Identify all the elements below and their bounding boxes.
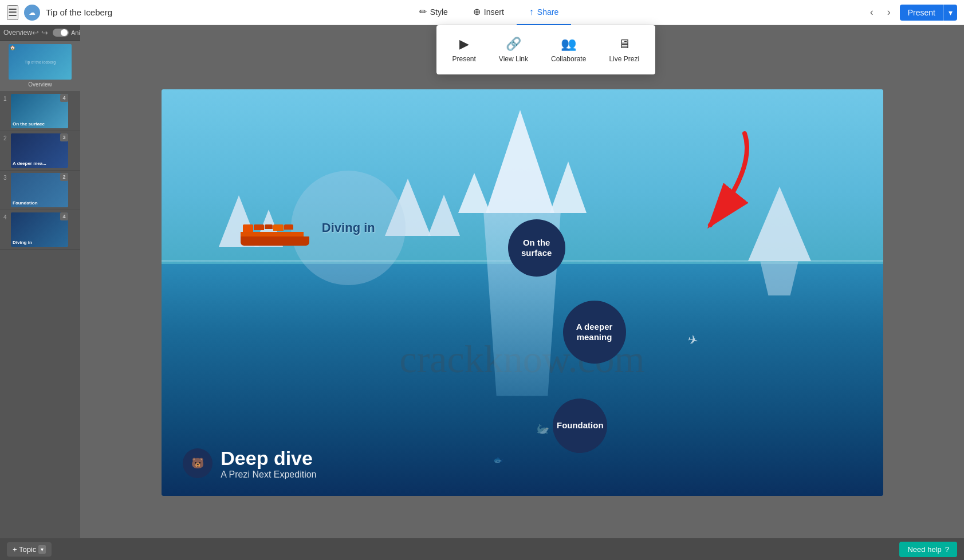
foundation-node[interactable]: Foundation [553, 399, 607, 453]
share-label: Share [537, 7, 558, 17]
slide-item-1[interactable]: 1 4 On the surface [0, 92, 80, 131]
next-button[interactable]: › [883, 4, 895, 21]
slide-number-2: 2 [3, 135, 9, 141]
diving-in-label[interactable]: Diving in [322, 220, 375, 235]
slide-badge-1: 4 [60, 94, 68, 102]
view-link-icon: 🔗 [506, 37, 521, 52]
insert-button[interactable]: ⊕ Insert [461, 0, 517, 25]
overview-label: Overview [28, 81, 52, 88]
dd-logo: 🐻 [183, 448, 213, 478]
hamburger-menu[interactable]: ☰ [7, 5, 18, 20]
overview-slide[interactable]: 🏠 Tip of the Iceberg Overview [0, 41, 80, 92]
fish-icon: 🐟 [493, 455, 503, 464]
style-label: Style [430, 7, 448, 17]
bear-icon: 🐻 [191, 457, 204, 470]
collaborate-label: Collaborate [551, 55, 586, 63]
insert-icon: ⊕ [473, 6, 481, 17]
topic-dropdown-arrow[interactable]: ▾ [38, 545, 46, 554]
slide-number-3: 3 [3, 175, 9, 181]
toolbar-center: ✏ Style ⊕ Insert ↑ Share [119, 0, 859, 25]
insert-label: Insert [484, 7, 504, 17]
top-bar-right: ‹ › Present ▾ [859, 4, 964, 21]
top-bar-left: ☰ ☁ Tip of the Iceberg [0, 5, 119, 21]
canvas-area[interactable]: Diving in crackknow.com [80, 25, 964, 560]
dd-text: Deep dive A Prezi Next Expedition [221, 447, 316, 480]
slide-number-1: 1 [3, 96, 9, 102]
slide-thumb-1: 4 On the surface [11, 94, 68, 128]
cloud-icon: ☁ [24, 5, 40, 21]
deeper-meaning-label: A deeper meaning [563, 322, 626, 342]
redo-button[interactable]: ↪ [41, 28, 48, 37]
add-topic-button[interactable]: + Topic ▾ [7, 542, 52, 557]
present-button-label: Present [900, 5, 943, 21]
bottom-bar: + Topic ▾ Need help ? [0, 538, 80, 560]
share-icon: ↑ [529, 7, 534, 17]
live-prezi-label: Live Prezi [609, 55, 639, 63]
main-layout: Overview ↩ ↪ Animations 🏠 Tip of the Ice… [0, 25, 964, 560]
live-prezi-dropdown-item[interactable]: 🖥 Live Prezi [597, 32, 651, 68]
slide-thumb-4: 4 Diving in [11, 212, 68, 247]
collaborate-icon: 👥 [561, 37, 576, 52]
present-button[interactable]: Present ▾ [900, 5, 957, 21]
slide-item-2[interactable]: 2 3 A deeper mea... [0, 131, 80, 171]
style-button[interactable]: ✏ Style [407, 0, 461, 25]
present-dropdown-label: Present [453, 55, 476, 63]
animations-toggle[interactable]: Animations [50, 28, 80, 37]
slide-badge-4: 4 [60, 212, 68, 220]
slide-label-1: On the surface [13, 121, 45, 127]
toggle-switch[interactable] [53, 29, 69, 37]
canvas[interactable]: Diving in crackknow.com [162, 89, 883, 496]
deeper-meaning-node[interactable]: A deeper meaning [563, 301, 626, 364]
slide-thumb-2: 3 A deeper mea... [11, 133, 68, 168]
top-bar: ☰ ☁ Tip of the Iceberg ✏ Style ⊕ Insert … [0, 0, 964, 25]
topic-label: + Topic [13, 545, 36, 554]
app-title: Tip of the Iceberg [46, 7, 112, 17]
slide-item-4[interactable]: 4 4 Diving in [0, 210, 80, 250]
slide-label-2: A deeper mea... [13, 161, 46, 166]
sidebar-overview-label: Overview [3, 29, 32, 37]
share-dropdown: ▶ Present 🔗 View Link 👥 Collaborate 🖥 Li… [436, 25, 656, 74]
sidebar: Overview ↩ ↪ Animations 🏠 Tip of the Ice… [0, 25, 80, 560]
deep-dive-subtitle: A Prezi Next Expedition [221, 470, 316, 480]
view-link-label: View Link [499, 55, 528, 63]
slide-number-4: 4 [3, 214, 9, 220]
animations-label: Animations [71, 29, 80, 36]
present-dropdown-icon: ▶ [459, 37, 469, 52]
prev-button[interactable]: ‹ [865, 4, 878, 21]
present-dropdown-item[interactable]: ▶ Present [441, 32, 487, 68]
present-dropdown-arrow[interactable]: ▾ [943, 5, 957, 21]
on-surface-label: On the surface [508, 238, 565, 258]
deep-dive-area: 🐻 Deep dive A Prezi Next Expedition [183, 447, 316, 480]
on-surface-node[interactable]: On the surface [508, 219, 565, 277]
slide-label-4: Diving in [13, 240, 32, 245]
slide-badge-2: 3 [60, 133, 68, 141]
slide-item-3[interactable]: 3 2 Foundation [0, 171, 80, 210]
share-button[interactable]: ↑ Share [517, 0, 571, 25]
style-icon: ✏ [419, 6, 427, 17]
whale-icon: 🐋 [537, 423, 549, 435]
foundation-label: Foundation [557, 420, 604, 431]
presentation-scene: Diving in crackknow.com [162, 89, 883, 496]
undo-button[interactable]: ↩ [32, 28, 39, 37]
deep-dive-title: Deep dive [221, 447, 316, 470]
slide-badge-3: 2 [60, 173, 68, 181]
slide-thumb-3: 2 Foundation [11, 173, 68, 207]
live-prezi-icon: 🖥 [618, 37, 631, 52]
view-link-dropdown-item[interactable]: 🔗 View Link [487, 32, 540, 68]
slide-label-3: Foundation [13, 200, 38, 206]
collaborate-dropdown-item[interactable]: 👥 Collaborate [540, 32, 597, 68]
